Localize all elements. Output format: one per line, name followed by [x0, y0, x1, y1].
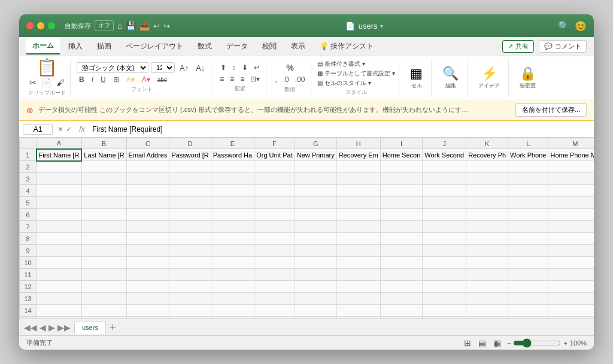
- font-color-button[interactable]: A▾: [139, 75, 153, 84]
- share-button[interactable]: ↗ 共有: [502, 40, 534, 53]
- cell-D9[interactable]: [169, 245, 211, 257]
- cell-reference-input[interactable]: [23, 124, 53, 135]
- save-as-button[interactable]: 名前を付けて保存...: [515, 103, 587, 117]
- cell-A1[interactable]: First Name [R: [37, 149, 82, 161]
- home-icon[interactable]: ⌂: [117, 21, 122, 31]
- cell-B5[interactable]: [81, 197, 126, 209]
- cell-D12[interactable]: [169, 281, 211, 293]
- cell-E15[interactable]: [211, 317, 254, 319]
- tab-home[interactable]: ホーム: [26, 38, 60, 54]
- zoom-out-icon[interactable]: −: [507, 339, 511, 347]
- cell-F7[interactable]: [254, 221, 295, 233]
- cell-I8[interactable]: [380, 233, 423, 245]
- cell-K3[interactable]: [466, 173, 508, 185]
- tab-insert[interactable]: 挿入: [62, 39, 89, 54]
- cell-B3[interactable]: [81, 173, 126, 185]
- italic-button[interactable]: I: [89, 75, 96, 84]
- table-format-button[interactable]: ▦ テーブルとして書式設定 ▾: [317, 69, 395, 78]
- confirm-formula-icon[interactable]: ✓: [66, 125, 72, 134]
- page-break-view-button[interactable]: ▦: [492, 337, 502, 349]
- cell-J7[interactable]: [423, 221, 466, 233]
- cancel-formula-icon[interactable]: ✕: [57, 125, 63, 134]
- cell-B9[interactable]: [81, 245, 126, 257]
- align-middle-button[interactable]: ↕: [230, 63, 238, 72]
- cell-J15[interactable]: [423, 317, 466, 319]
- cell-I9[interactable]: [380, 245, 423, 257]
- cell-L1[interactable]: Work Phone: [508, 149, 548, 161]
- cell-E11[interactable]: [211, 269, 254, 281]
- cell-D15[interactable]: [169, 317, 211, 319]
- cell-G14[interactable]: [295, 305, 336, 317]
- cell-L12[interactable]: [508, 281, 548, 293]
- cut-button[interactable]: ✂: [28, 77, 38, 88]
- cell-B11[interactable]: [81, 269, 126, 281]
- chevron-down-icon[interactable]: ▾: [380, 23, 383, 29]
- tab-review[interactable]: 校閲: [256, 39, 283, 54]
- cell-G3[interactable]: [295, 173, 336, 185]
- cell-H15[interactable]: [336, 317, 380, 319]
- tab-data[interactable]: データ: [220, 39, 254, 54]
- cell-K14[interactable]: [466, 305, 508, 317]
- cell-E6[interactable]: [211, 209, 254, 221]
- cell-H6[interactable]: [336, 209, 380, 221]
- cell-C4[interactable]: [126, 185, 169, 197]
- cell-M1[interactable]: Home Phone Mo: [548, 149, 594, 161]
- cell-I4[interactable]: [380, 185, 423, 197]
- paste-button[interactable]: 📋: [37, 59, 57, 76]
- cell-J13[interactable]: [423, 293, 466, 305]
- cell-F15[interactable]: [254, 317, 295, 319]
- minimize-button[interactable]: [37, 22, 44, 29]
- cell-E5[interactable]: [211, 197, 254, 209]
- strikethrough-button[interactable]: abc: [155, 76, 169, 84]
- cell-L7[interactable]: [508, 221, 548, 233]
- normal-view-button[interactable]: ⊞: [463, 337, 472, 349]
- cell-K9[interactable]: [466, 245, 508, 257]
- cell-C7[interactable]: [126, 221, 169, 233]
- col-b[interactable]: B: [81, 138, 126, 149]
- cell-K1[interactable]: Recovery Ph: [466, 149, 508, 161]
- cell-C6[interactable]: [126, 209, 169, 221]
- cell-D4[interactable]: [169, 185, 211, 197]
- sheet-tab-users[interactable]: users: [74, 321, 106, 334]
- cell-A14[interactable]: [37, 305, 82, 317]
- cell-H14[interactable]: [336, 305, 380, 317]
- sensitivity-button[interactable]: 🔒 秘密度: [515, 63, 541, 92]
- tab-view[interactable]: 表示: [285, 39, 311, 54]
- cell-K2[interactable]: [466, 161, 508, 173]
- cell-K5[interactable]: [466, 197, 508, 209]
- zoom-slider[interactable]: [513, 338, 561, 348]
- cell-D10[interactable]: [169, 257, 211, 269]
- cell-A15[interactable]: [37, 317, 82, 319]
- cell-F8[interactable]: [254, 233, 295, 245]
- cell-B10[interactable]: [81, 257, 126, 269]
- cell-G12[interactable]: [295, 281, 336, 293]
- cell-K6[interactable]: [466, 209, 508, 221]
- cell-K10[interactable]: [466, 257, 508, 269]
- cell-J6[interactable]: [423, 209, 466, 221]
- cell-I13[interactable]: [380, 293, 423, 305]
- cell-L11[interactable]: [508, 269, 548, 281]
- cell-C8[interactable]: [126, 233, 169, 245]
- cell-H11[interactable]: [336, 269, 380, 281]
- share-icon[interactable]: 📤: [139, 21, 150, 31]
- cell-D8[interactable]: [169, 233, 211, 245]
- cell-J12[interactable]: [423, 281, 466, 293]
- editing-button[interactable]: 🔍 編集: [438, 63, 463, 92]
- cell-F2[interactable]: [254, 161, 295, 173]
- align-center-button[interactable]: ≡: [227, 74, 236, 84]
- cell-F5[interactable]: [254, 197, 295, 209]
- cell-K4[interactable]: [466, 185, 508, 197]
- cell-D3[interactable]: [169, 173, 211, 185]
- prev-sheet-icon[interactable]: ◀: [40, 323, 46, 332]
- cell-B15[interactable]: [81, 317, 126, 319]
- cell-H1[interactable]: Recovery Em: [336, 149, 380, 161]
- cell-D11[interactable]: [169, 269, 211, 281]
- cell-J11[interactable]: [423, 269, 466, 281]
- cell-B1[interactable]: Last Name [R: [81, 149, 126, 161]
- cell-E9[interactable]: [211, 245, 254, 257]
- cell-C10[interactable]: [126, 257, 169, 269]
- cell-L14[interactable]: [508, 305, 548, 317]
- cell-I15[interactable]: [380, 317, 423, 319]
- cell-C15[interactable]: [126, 317, 169, 319]
- last-sheet-icon[interactable]: ▶▶: [57, 323, 71, 332]
